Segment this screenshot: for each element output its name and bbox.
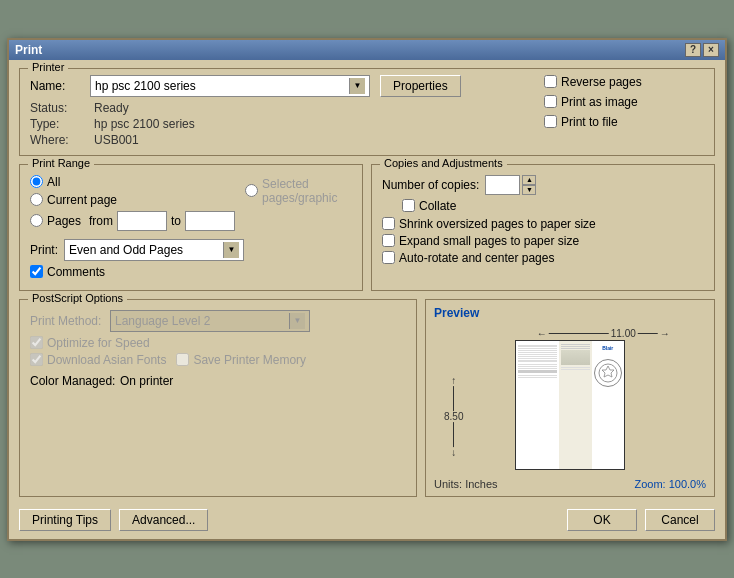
- print-range-left: All Current page Pages from 1 to 2: [30, 175, 235, 235]
- all-radio[interactable]: [30, 175, 43, 188]
- color-managed-label: Color Managed:: [30, 374, 120, 388]
- preview-title: Blair: [602, 345, 613, 351]
- autorotate-label: Auto-rotate and center pages: [399, 251, 554, 265]
- preview-info: Units: Inches Zoom: 100.0%: [434, 478, 706, 490]
- print-range-legend: Print Range: [28, 157, 94, 169]
- printer-name-row: Name: hp psc 2100 series ▼ Properties: [30, 75, 534, 97]
- printer-select-arrow: ▼: [349, 78, 365, 94]
- optimize-label: Optimize for Speed: [47, 336, 150, 350]
- selected-radio[interactable]: [245, 184, 258, 197]
- height-value: 8.50: [444, 411, 463, 422]
- reverse-pages-row: Reverse pages: [544, 75, 704, 89]
- shrink-label: Shrink oversized pages to paper size: [399, 217, 596, 231]
- num-copies-input[interactable]: 1: [485, 175, 520, 195]
- dialog-title: Print: [15, 43, 42, 57]
- download-fonts-row: Download Asian Fonts: [30, 353, 166, 367]
- print-to-file-checkbox[interactable]: [544, 115, 557, 128]
- reverse-pages-checkbox[interactable]: [544, 75, 557, 88]
- help-button[interactable]: ?: [685, 43, 701, 57]
- comments-checkbox[interactable]: [30, 265, 43, 278]
- from-input[interactable]: 1: [117, 211, 167, 231]
- print-type-row: Print: Even and Odd Pages ▼: [30, 239, 352, 261]
- units-label: Units: Inches: [434, 478, 498, 490]
- shrink-checkbox[interactable]: [382, 217, 395, 230]
- footer-left: Printing Tips Advanced...: [19, 509, 208, 531]
- copies-fieldset: Copies and Adjustments Number of copies:…: [371, 164, 715, 291]
- title-bar-buttons: ? ×: [685, 43, 719, 57]
- save-memory-label: Save Printer Memory: [193, 353, 306, 367]
- postscript-fieldset: PostScript Options Print Method: Languag…: [19, 299, 417, 497]
- num-copies-spinbox: 1 ▲ ▼: [485, 175, 536, 195]
- collate-row: Collate: [402, 199, 704, 213]
- save-memory-row: Save Printer Memory: [176, 353, 306, 367]
- preview-label: Preview: [434, 306, 706, 320]
- status-label: Status:: [30, 101, 90, 115]
- height-dimension: ↑ 8.50 ↓: [444, 375, 463, 458]
- preview-col3: Blair: [592, 341, 624, 469]
- close-button[interactable]: ×: [703, 43, 719, 57]
- current-page-radio-row: Current page: [30, 193, 235, 207]
- where-label: Where:: [30, 133, 90, 147]
- pages-radio-row: Pages from 1 to 2: [30, 211, 235, 231]
- status-grid: Status: Ready Type: hp psc 2100 series W…: [30, 101, 534, 147]
- current-page-radio[interactable]: [30, 193, 43, 206]
- color-managed-value: On printer: [120, 374, 173, 388]
- spin-down[interactable]: ▼: [522, 185, 536, 195]
- expand-label: Expand small pages to paper size: [399, 234, 579, 248]
- pages-radio[interactable]: [30, 214, 43, 227]
- spin-up[interactable]: ▲: [522, 175, 536, 185]
- advanced-button[interactable]: Advanced...: [119, 509, 208, 531]
- properties-button[interactable]: Properties: [380, 75, 461, 97]
- footer: Printing Tips Advanced... OK Cancel: [19, 505, 715, 531]
- comments-row: Comments: [30, 265, 352, 279]
- printing-tips-button[interactable]: Printing Tips: [19, 509, 111, 531]
- preview-page: Blair: [515, 340, 625, 470]
- autorotate-row: Auto-rotate and center pages: [382, 251, 704, 265]
- expand-row: Expand small pages to paper size: [382, 234, 704, 248]
- svg-marker-1: [602, 366, 614, 377]
- print-type-select[interactable]: Even and Odd Pages ▼: [64, 239, 244, 261]
- where-value: USB001: [94, 133, 534, 147]
- preview-content: Blair: [516, 341, 624, 469]
- preview-section: Preview ← 11.00 → ↑ 8.50: [425, 299, 715, 497]
- method-select: Language Level 2 ▼: [110, 310, 310, 332]
- print-type-value: Even and Odd Pages: [69, 243, 183, 257]
- cancel-button[interactable]: Cancel: [645, 509, 715, 531]
- print-range-fieldset: Print Range All Current page: [19, 164, 363, 291]
- pages-label: Pages: [47, 214, 81, 228]
- width-value: 11.00: [611, 328, 636, 339]
- printer-legend: Printer: [28, 61, 68, 73]
- to-input[interactable]: 2: [185, 211, 235, 231]
- preview-col1: [516, 341, 559, 469]
- postscript-legend: PostScript Options: [28, 292, 127, 304]
- download-fonts-label: Download Asian Fonts: [47, 353, 166, 367]
- width-dimension: ← 11.00 →: [537, 328, 670, 339]
- ok-button[interactable]: OK: [567, 509, 637, 531]
- print-as-image-checkbox[interactable]: [544, 95, 557, 108]
- footer-right: OK Cancel: [567, 509, 715, 531]
- dialog-body: Printer Name: hp psc 2100 series ▼ Prope…: [9, 60, 725, 539]
- preview-col2: [559, 341, 591, 469]
- collate-checkbox[interactable]: [402, 199, 415, 212]
- expand-checkbox[interactable]: [382, 234, 395, 247]
- print-as-image-row: Print as image: [544, 95, 704, 109]
- to-label: to: [171, 214, 181, 228]
- type-value: hp psc 2100 series: [94, 117, 534, 131]
- from-label: from: [89, 214, 113, 228]
- selected-radio-row: Selected pages/graphic: [245, 177, 352, 205]
- method-arrow: ▼: [289, 313, 305, 329]
- print-as-image-label: Print as image: [561, 95, 638, 109]
- optimize-row: Optimize for Speed: [30, 336, 406, 350]
- shrink-row: Shrink oversized pages to paper size: [382, 217, 704, 231]
- printer-name-select[interactable]: hp psc 2100 series ▼: [90, 75, 370, 97]
- printer-name-label: Name:: [30, 79, 90, 93]
- autorotate-checkbox[interactable]: [382, 251, 395, 264]
- method-value: Language Level 2: [115, 314, 210, 328]
- spin-buttons: ▲ ▼: [522, 175, 536, 195]
- collate-label: Collate: [419, 199, 456, 213]
- optimize-checkbox: [30, 336, 43, 349]
- selected-label: Selected pages/graphic: [262, 177, 352, 205]
- print-dialog: Print ? × Printer Name: hp psc 2100 seri…: [7, 38, 727, 541]
- print-type-arrow: ▼: [223, 242, 239, 258]
- color-managed-row: Color Managed: On printer: [30, 374, 406, 388]
